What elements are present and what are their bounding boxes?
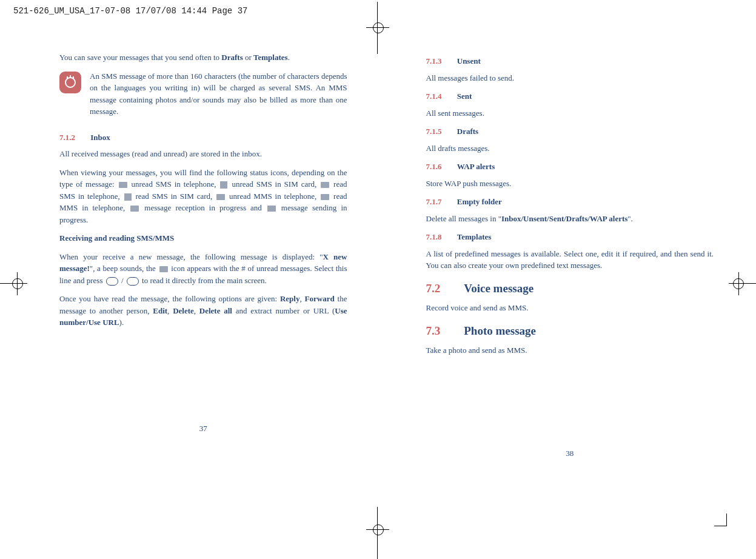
text: , bbox=[167, 306, 173, 315]
text: You can save your messages that you send… bbox=[59, 53, 221, 62]
templates-word: Templates bbox=[253, 53, 288, 62]
section-number: 7.1.7 bbox=[426, 196, 455, 208]
unread-mms-phone-icon bbox=[216, 194, 225, 200]
section-number: 7.2 bbox=[426, 280, 461, 298]
section-title: Unsent bbox=[457, 56, 481, 65]
section-number: 7.1.6 bbox=[426, 161, 455, 173]
text: When your receive a new message, the fol… bbox=[59, 252, 323, 261]
text: Once you have read the message, the foll… bbox=[59, 294, 280, 303]
text: unread MMS in telephone, bbox=[226, 192, 319, 201]
ok-key-icon bbox=[106, 277, 118, 286]
unread-sms-phone-icon bbox=[119, 182, 127, 188]
folders-list: Inbox/Unsent/Sent/Drafts/WAP alerts bbox=[501, 214, 627, 223]
section-title: Templates bbox=[457, 232, 492, 241]
text: / bbox=[119, 276, 125, 285]
forward-option: Forward bbox=[305, 294, 335, 303]
page-number: 37 bbox=[59, 423, 347, 435]
section-title: WAP alerts bbox=[457, 162, 495, 171]
registration-mark-icon bbox=[733, 278, 744, 289]
templates-body: A list of predefined messages is availab… bbox=[426, 248, 714, 272]
text: read SMS in SIM card, bbox=[133, 192, 216, 201]
empty-folder-body: Delete all messages in "Inbox/Unsent/Sen… bbox=[426, 213, 714, 225]
read-sms-phone-icon bbox=[321, 182, 329, 188]
text: or bbox=[243, 53, 253, 62]
text: ). bbox=[119, 318, 124, 327]
section-7-1-6: 7.1.6 WAP alerts bbox=[426, 161, 714, 173]
soft-key-icon bbox=[127, 277, 139, 286]
section-title: Drafts bbox=[457, 127, 478, 136]
text: message reception in progress and bbox=[140, 203, 266, 212]
intro-paragraph: You can save your messages that you send… bbox=[59, 52, 347, 64]
section-number: 7.1.4 bbox=[426, 90, 455, 102]
section-number: 7.1.2 bbox=[59, 132, 89, 144]
note-text: An SMS message of more than 160 characte… bbox=[90, 70, 347, 118]
subheading-receiving: Receiving and reading SMS/MMS bbox=[59, 232, 347, 244]
edit-option: Edit bbox=[153, 306, 167, 315]
text: Delete all messages in " bbox=[426, 214, 501, 223]
sending-progress-icon bbox=[267, 206, 276, 212]
unsent-body: All messages failed to send. bbox=[426, 72, 714, 84]
text: . bbox=[288, 53, 290, 62]
wap-alerts-body: Store WAP push messages. bbox=[426, 178, 714, 190]
text: , bbox=[299, 294, 304, 303]
sent-body: All sent messages. bbox=[426, 107, 714, 119]
registration-mark-icon bbox=[373, 524, 384, 535]
section-7-1-2: 7.1.2 Inbox bbox=[59, 132, 347, 144]
drafts-body: All drafts messages. bbox=[426, 142, 714, 155]
section-title: Sent bbox=[457, 92, 472, 101]
photo-message-body: Take a photo and send as MMS. bbox=[426, 344, 714, 356]
section-7-1-8: 7.1.8 Templates bbox=[426, 231, 714, 243]
section-7-2: 7.2 Voice message bbox=[426, 280, 714, 298]
prepress-header: 521-626_UM_USA_17-07-08 17/07/08 14:44 P… bbox=[13, 5, 247, 18]
read-mms-phone-icon bbox=[321, 194, 329, 200]
section-number: 7.1.3 bbox=[426, 55, 455, 67]
status-icons-paragraph: When viewing your messages, you will fin… bbox=[59, 167, 347, 226]
section-7-1-4: 7.1.4 Sent bbox=[426, 90, 714, 102]
section-title: Photo message bbox=[464, 324, 536, 337]
unread-sms-sim-icon bbox=[220, 181, 227, 189]
note-callout: An SMS message of more than 160 characte… bbox=[59, 70, 347, 124]
section-number: 7.1.5 bbox=[426, 126, 455, 138]
voice-message-body: Record voice and send as MMS. bbox=[426, 302, 714, 314]
text: and extract number or URL ( bbox=[232, 306, 335, 315]
tip-lightbulb-icon bbox=[59, 72, 81, 93]
text: unread SMS in telephone, bbox=[129, 179, 219, 189]
inbox-body: All received messages (read and unread) … bbox=[59, 148, 347, 160]
text: ". bbox=[627, 214, 633, 223]
section-title: Inbox bbox=[90, 133, 110, 142]
envelope-icon bbox=[159, 266, 168, 272]
section-title: Empty folder bbox=[457, 197, 502, 206]
text: , bbox=[194, 306, 199, 315]
text: to read it directly from the main screen… bbox=[140, 276, 267, 285]
drafts-word: Drafts bbox=[221, 53, 243, 62]
section-7-3: 7.3 Photo message bbox=[426, 323, 714, 340]
section-7-1-3: 7.1.3 Unsent bbox=[426, 55, 714, 67]
page-left: You can save your messages that you send… bbox=[59, 52, 347, 459]
reception-progress-icon bbox=[130, 206, 139, 212]
section-title: Voice message bbox=[464, 282, 534, 295]
read-sms-sim-icon bbox=[124, 193, 132, 201]
page-right: 7.1.3 Unsent All messages failed to send… bbox=[426, 52, 714, 459]
section-7-1-5: 7.1.5 Drafts bbox=[426, 126, 714, 138]
registration-mark-icon bbox=[373, 22, 384, 33]
delete-option: Delete bbox=[173, 306, 194, 315]
registration-mark-icon bbox=[12, 278, 23, 289]
section-7-1-7: 7.1.7 Empty folder bbox=[426, 196, 714, 208]
text: ", a beep sounds, the bbox=[90, 264, 158, 273]
options-paragraph: Once you have read the message, the foll… bbox=[59, 293, 347, 329]
text: unread SMS in SIM card, bbox=[229, 179, 319, 189]
section-number: 7.3 bbox=[426, 323, 461, 340]
section-number: 7.1.8 bbox=[426, 231, 455, 243]
reply-option: Reply bbox=[280, 294, 300, 303]
crop-corner-mark bbox=[714, 514, 727, 526]
delete-all-option: Delete all bbox=[199, 306, 232, 315]
page-number: 38 bbox=[426, 447, 714, 460]
receive-paragraph: When your receive a new message, the fol… bbox=[59, 251, 347, 287]
